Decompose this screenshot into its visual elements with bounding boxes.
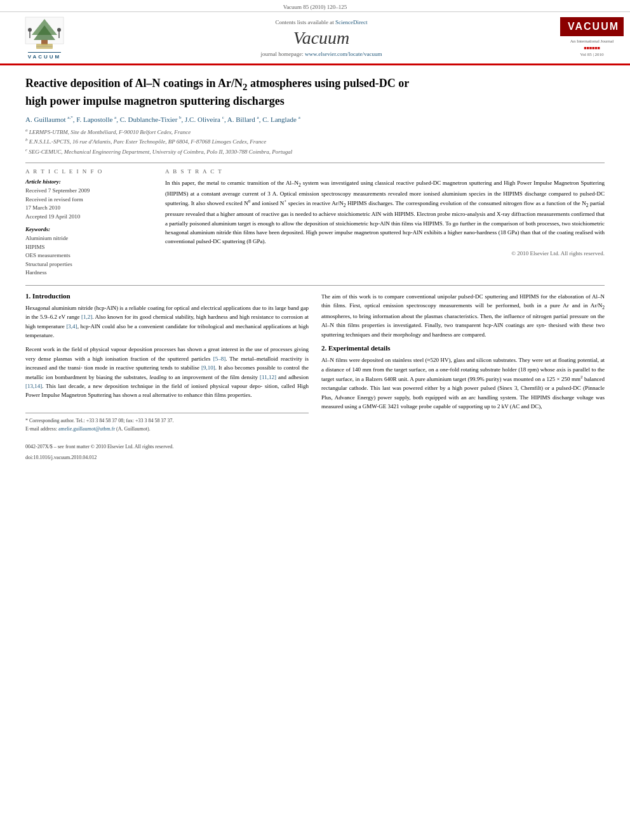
affiliation-b: b E.N.S.I.L.-SPCTS, 16 rue d'Atlantis, P…: [25, 137, 605, 147]
divider-1: [25, 163, 605, 163]
history-item-1: Received 7 September 2009: [25, 187, 152, 196]
keyword-5: Hardness: [25, 269, 152, 277]
history-item-3: 17 March 2010: [25, 204, 152, 213]
volume-info: Vacuum 85 (2010) 120–125: [283, 4, 347, 10]
keyword-4: Structural properties: [25, 260, 152, 269]
article-title: Reactive deposition of Al–N coatings in …: [25, 76, 605, 109]
journal-name-display: Vacuum: [89, 28, 554, 48]
elsevier-logo: VACUUM: [22, 16, 67, 60]
authors-line: A. Guillaumot a,*, F. Lapostolle a, C. D…: [25, 115, 605, 123]
issn-line: 0042-207X/$ – see front matter © 2010 El…: [25, 443, 309, 451]
ref-11-12: [11,12]: [260, 374, 276, 380]
abstract-heading: A B S T R A C T: [165, 168, 605, 175]
body-columns: 1. Introduction Hexagonal aluminium nitr…: [25, 292, 605, 462]
email-line: E-mail address: amelie.guillaumot@utbm.f…: [25, 425, 309, 434]
section2-heading: 2. Experimental details: [321, 344, 605, 352]
journal-header: VACUUM Contents lists available at Scien…: [0, 12, 630, 65]
svg-point-4: [28, 28, 32, 32]
homepage-link[interactable]: www.elsevier.com/locate/vacuum: [305, 51, 382, 57]
history-item-2: Received in revised form: [25, 196, 152, 204]
body-col-left: 1. Introduction Hexagonal aluminium nitr…: [25, 292, 309, 462]
ref-3-4: [3,4]: [66, 323, 77, 330]
ref-13-14: [13,14]: [25, 383, 42, 389]
keywords-title: Keywords:: [25, 226, 152, 232]
keyword-3: OES measurements: [25, 251, 152, 260]
ref-1-2: [1,2]: [81, 314, 92, 320]
history-item-4: Accepted 19 April 2010: [25, 213, 152, 222]
section2-text: Al–N films were deposited on stainless s…: [321, 356, 605, 411]
badge-subinfo: An International Journal ■■■■■■ Vol 85 |…: [560, 38, 624, 58]
info-abstract-section: A R T I C L E I N F O Article history: R…: [25, 168, 605, 277]
abstract-text: In this paper, the metal to ceramic tran…: [165, 178, 605, 246]
section1-right-para: The aim of this work is to compare conve…: [321, 292, 605, 339]
ref-5-8: [5–8]: [213, 356, 226, 362]
elsevier-tree-icon: [22, 16, 67, 51]
footnotes: * Corresponding author. Tel.: +33 3 84 5…: [25, 413, 309, 462]
affiliations: a LERMPS-UTBM, Site de Montbéliard, F-90…: [25, 127, 605, 157]
elsevier-wordmark: VACUUM: [28, 52, 62, 60]
keyword-2: HIPIMS: [25, 243, 152, 252]
top-bar: Vacuum 85 (2010) 120–125: [0, 0, 630, 12]
journal-header-center: Contents lists available at ScienceDirec…: [89, 19, 554, 57]
sciencedirect-link[interactable]: ScienceDirect: [335, 19, 367, 25]
doi-line: doi:10.1016/j.vacuum.2010.04.012: [25, 454, 309, 462]
section1-heading: 1. Introduction: [25, 292, 309, 300]
article-content: Reactive deposition of Al–N coatings in …: [0, 65, 630, 472]
body-col-right: The aim of this work is to compare conve…: [321, 292, 605, 462]
section1-para2: Recent work in the field of physical vap…: [25, 345, 309, 399]
sciencedirect-line: Contents lists available at ScienceDirec…: [89, 19, 554, 25]
svg-point-6: [57, 28, 61, 32]
article-info-col: A R T I C L E I N F O Article history: R…: [25, 168, 152, 277]
divider-2: [25, 285, 605, 286]
ref-9-10: [9,10]: [201, 364, 215, 371]
page: Vacuum 85 (2010) 120–125: [0, 0, 630, 840]
keyword-1: Aluminium nitride: [25, 234, 152, 243]
homepage-line: journal homepage: www.elsevier.com/locat…: [89, 51, 554, 57]
vacuum-badge: VACUUM: [560, 17, 624, 36]
corresponding-author-note: * Corresponding author. Tel.: +33 3 84 5…: [25, 417, 309, 425]
article-history-title: Article history:: [25, 178, 152, 185]
article-info-heading: A R T I C L E I N F O: [25, 168, 152, 175]
affiliation-a: a LERMPS-UTBM, Site de Montbéliard, F-90…: [25, 127, 605, 137]
publisher-logo: VACUUM: [6, 16, 83, 60]
email-link[interactable]: amelie.guillaumot@utbm.fr: [58, 426, 115, 432]
abstract-col: A B S T R A C T In this paper, the metal…: [165, 168, 605, 277]
copyright-line: © 2010 Elsevier Ltd. All rights reserved…: [165, 250, 605, 257]
affiliation-c: c SEG-CEMUC, Mechanical Engineering Depa…: [25, 147, 605, 157]
section1-para1: Hexagonal aluminium nitride (hcp-AlN) is…: [25, 303, 309, 340]
journal-badge: VACUUM An International Journal ■■■■■■ V…: [560, 17, 624, 58]
